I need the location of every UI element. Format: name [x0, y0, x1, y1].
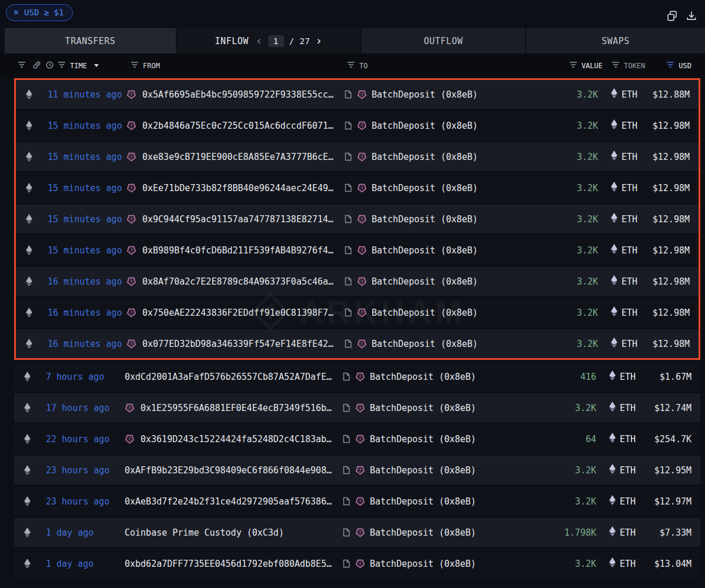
time-cell[interactable]: 1 day ago	[40, 559, 125, 569]
col-header-usd[interactable]: USD	[679, 62, 691, 70]
col-header-from[interactable]: FROM	[143, 62, 160, 70]
from-address[interactable]: 0xB989Bf4c0fcD6Bd211F539fAB4B9276f4…	[142, 245, 333, 256]
from-address[interactable]: 0xAFfB9b23E29bd3C98409eC6f866f0844e908…	[125, 465, 332, 476]
from-cell[interactable]: 0xB989Bf4c0fcD6Bd211F539fAB4B9276f4…	[126, 245, 345, 256]
from-cell[interactable]: Coinbase Prime Custody (0xC3d)	[125, 527, 343, 538]
to-address[interactable]: BatchDeposit (0x8eB)	[372, 214, 478, 225]
to-cell[interactable]: BatchDeposit (0x8eB)	[345, 121, 539, 131]
to-address[interactable]: BatchDeposit (0x8eB)	[370, 527, 476, 538]
to-cell[interactable]: BatchDeposit (0x8eB)	[343, 434, 537, 445]
time-cell[interactable]: 22 hours ago	[40, 434, 125, 445]
from-cell[interactable]: 0x3619D243c15224424fa5248D2c4C183ab…	[125, 434, 343, 445]
time-cell[interactable]: 23 hours ago	[40, 465, 125, 476]
col-header-time[interactable]: TIME	[70, 62, 87, 70]
table-row[interactable]: 1 day ago Coinbase Prime Custody (0xC3d)…	[14, 518, 700, 547]
time-cell[interactable]: 16 minutes ago	[42, 308, 126, 318]
from-cell[interactable]: 0xEe71bDe733b82f8BB40e96244aec24E49…	[126, 183, 345, 193]
table-row[interactable]: 15 minutes ago 0x2b4846a75Ec0c725Cc015Ac…	[16, 111, 699, 140]
table-row[interactable]: 23 hours ago 0xAeB3d7f2e24b2f31ce4d29729…	[14, 487, 700, 516]
table-row[interactable]: 15 minutes ago 0x9C944Cf95ac91157aa74778…	[16, 205, 699, 233]
to-address[interactable]: BatchDeposit (0x8eB)	[372, 121, 478, 131]
from-address[interactable]: Coinbase Prime Custody (0xC3d)	[125, 527, 284, 538]
to-cell[interactable]: BatchDeposit (0x8eB)	[343, 559, 537, 569]
from-address[interactable]: 0xdCd2001A3aFafD576b26557Cb87A52A7DafE…	[125, 372, 332, 382]
tab-inflow[interactable]: INFLOW ‹ 1 / 27 ›	[177, 28, 360, 54]
to-cell[interactable]: BatchDeposit (0x8eB)	[345, 245, 539, 256]
from-address[interactable]: 0xe83e9cB719EE900cE8A85Ee7A3777B6cE…	[142, 152, 333, 162]
page-prev-icon[interactable]: ‹	[256, 35, 263, 46]
time-cell[interactable]: 15 minutes ago	[42, 245, 126, 256]
from-cell[interactable]: 0xAFfB9b23E29bd3C98409eC6f866f0844e908…	[125, 465, 343, 476]
to-address[interactable]: BatchDeposit (0x8eB)	[372, 89, 478, 100]
to-address[interactable]: BatchDeposit (0x8eB)	[372, 245, 478, 256]
to-cell[interactable]: BatchDeposit (0x8eB)	[345, 276, 539, 287]
from-cell[interactable]: 0x9C944Cf95ac91157aa747787138E82714…	[126, 214, 345, 225]
to-cell[interactable]: BatchDeposit (0x8eB)	[343, 527, 537, 538]
from-address[interactable]: 0x5Af6695aEb4bc9509859722F9338E55cc…	[142, 89, 333, 100]
time-cell[interactable]: 15 minutes ago	[42, 121, 126, 131]
col-header-to[interactable]: TO	[359, 62, 367, 70]
table-row[interactable]: 22 hours ago 0x3619D243c15224424fa5248D2…	[14, 425, 700, 453]
time-cell[interactable]: 16 minutes ago	[42, 276, 126, 287]
from-address[interactable]: 0x1E25955F6A6881EF0E4E4ecB7349f516b…	[141, 403, 332, 413]
to-address[interactable]: BatchDeposit (0x8eB)	[370, 465, 476, 476]
from-address[interactable]: 0x9C944Cf95ac91157aa747787138E82714…	[142, 214, 333, 225]
from-address[interactable]: 0xAeB3d7f2e24b2f31ce4d2972905aaf576386…	[125, 496, 332, 507]
to-cell[interactable]: BatchDeposit (0x8eB)	[343, 372, 537, 382]
value-filter-icon[interactable]	[569, 61, 577, 70]
table-row[interactable]: 1 day ago 0xbd62a7DFF7735EE0456d1792ebf0…	[14, 549, 700, 578]
from-cell[interactable]: 0x1E25955F6A6881EF0E4E4ecB7349f516b…	[125, 403, 343, 413]
time-cell[interactable]: 7 hours ago	[40, 372, 125, 382]
to-address[interactable]: BatchDeposit (0x8eB)	[370, 434, 476, 445]
from-cell[interactable]: 0xAeB3d7f2e24b2f31ce4d2972905aaf576386…	[125, 496, 343, 507]
from-address[interactable]: 0xbd62a7DFF7735EE0456d1792ebf080Adb8E5…	[125, 559, 332, 569]
from-cell[interactable]: 0x077ED32bD98a346339Ff547eF14E8fE42…	[126, 339, 345, 349]
table-row[interactable]: 7 hours ago 0xdCd2001A3aFafD576b26557Cb8…	[14, 362, 700, 391]
col-header-value[interactable]: VALUE	[582, 62, 603, 70]
tab-swaps[interactable]: SWAPS	[526, 28, 705, 54]
from-address[interactable]: 0x750eAE22243836F2EDdff91e0C81398F7…	[142, 308, 333, 318]
page-next-icon[interactable]: ›	[315, 35, 322, 46]
to-address[interactable]: BatchDeposit (0x8eB)	[370, 559, 476, 569]
from-filter-icon[interactable]	[131, 61, 139, 70]
col-header-token[interactable]: TOKEN	[624, 62, 645, 70]
filter-icon[interactable]	[18, 61, 26, 70]
from-address[interactable]: 0x2b4846a75Ec0c725Cc015Ac6dccdF6071…	[142, 121, 333, 131]
from-address[interactable]: 0x8Af70a2c7E2E8789c84A96373F0a5c46a…	[142, 276, 333, 287]
table-row[interactable]: 15 minutes ago 0xe83e9cB719EE900cE8A85Ee…	[16, 142, 699, 171]
table-row[interactable]: 15 minutes ago 0xEe71bDe733b82f8BB40e962…	[16, 173, 699, 202]
from-cell[interactable]: 0xbd62a7DFF7735EE0456d1792ebf080Adb8E5…	[125, 559, 343, 569]
tab-outflow[interactable]: OUTFLOW	[362, 28, 525, 54]
from-address[interactable]: 0x3619D243c15224424fa5248D2c4C183ab…	[141, 434, 332, 445]
sort-caret-icon[interactable]	[94, 64, 99, 67]
time-filter-icon[interactable]	[58, 61, 66, 70]
to-address[interactable]: BatchDeposit (0x8eB)	[372, 276, 478, 287]
time-cell[interactable]: 15 minutes ago	[42, 183, 126, 193]
to-cell[interactable]: BatchDeposit (0x8eB)	[345, 183, 539, 193]
table-row[interactable]: 11 minutes ago 0x5Af6695aEb4bc9509859722…	[16, 80, 699, 109]
from-address[interactable]: 0x077ED32bD98a346339Ff547eF14E8fE42…	[142, 339, 333, 349]
token-filter-icon[interactable]	[612, 61, 620, 70]
time-cell[interactable]: 1 day ago	[40, 527, 125, 538]
table-row[interactable]: 16 minutes ago 0x750eAE22243836F2EDdff91…	[16, 298, 699, 327]
from-cell[interactable]: 0xdCd2001A3aFafD576b26557Cb87A52A7DafE…	[125, 372, 343, 382]
from-cell[interactable]: 0x8Af70a2c7E2E8789c84A96373F0a5c46a…	[126, 276, 345, 287]
copy-icon[interactable]	[667, 11, 677, 21]
to-cell[interactable]: BatchDeposit (0x8eB)	[345, 308, 539, 318]
table-row[interactable]: 16 minutes ago 0x077ED32bD98a346339Ff547…	[16, 329, 699, 358]
to-cell[interactable]: BatchDeposit (0x8eB)	[345, 339, 539, 349]
remove-filter-icon[interactable]: ×	[14, 8, 19, 17]
from-cell[interactable]: 0x2b4846a75Ec0c725Cc015Ac6dccdF6071…	[126, 121, 345, 131]
table-row[interactable]: 15 minutes ago 0xB989Bf4c0fcD6Bd211F539f…	[16, 236, 699, 265]
to-address[interactable]: BatchDeposit (0x8eB)	[372, 152, 478, 162]
table-row[interactable]: 23 hours ago 0xAFfB9b23E29bd3C98409eC6f8…	[14, 456, 700, 485]
from-address[interactable]: 0xEe71bDe733b82f8BB40e96244aec24E49…	[142, 183, 333, 193]
table-row[interactable]: 17 hours ago 0x1E25955F6A6881EF0E4E4ecB7…	[14, 393, 700, 422]
time-cell[interactable]: 23 hours ago	[40, 496, 125, 507]
usd-filter-icon[interactable]	[666, 61, 674, 70]
from-cell[interactable]: 0x5Af6695aEb4bc9509859722F9338E55cc…	[126, 89, 345, 100]
time-cell[interactable]: 16 minutes ago	[42, 339, 126, 349]
to-cell[interactable]: BatchDeposit (0x8eB)	[343, 496, 537, 507]
time-cell[interactable]: 11 minutes ago	[42, 89, 126, 100]
to-address[interactable]: BatchDeposit (0x8eB)	[372, 308, 478, 318]
